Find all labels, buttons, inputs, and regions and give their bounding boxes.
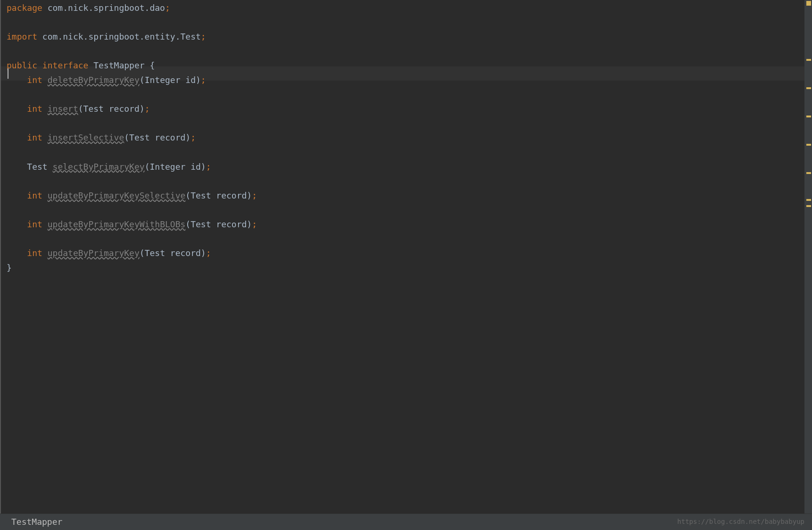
indent bbox=[7, 132, 27, 142]
open-brace: { bbox=[149, 60, 155, 70]
warning-marker[interactable] bbox=[806, 172, 811, 174]
package-path: com.nick.springboot.dao bbox=[42, 3, 165, 13]
method-deleteByPrimaryKey: deleteByPrimaryKey bbox=[48, 75, 140, 85]
method-insertSelective: insertSelective bbox=[48, 132, 124, 142]
indent bbox=[7, 219, 27, 229]
method-params: (Integer id) bbox=[140, 75, 201, 85]
method-params: (Test record) bbox=[78, 104, 145, 114]
method-params: (Test record) bbox=[185, 190, 252, 200]
indent bbox=[7, 104, 27, 114]
method-params: (Integer id) bbox=[145, 162, 206, 172]
method-params: (Test record) bbox=[124, 132, 191, 142]
warning-marker[interactable] bbox=[806, 199, 811, 201]
type-test: Test bbox=[27, 162, 47, 172]
keyword-interface: interface bbox=[37, 60, 88, 70]
method-insert: insert bbox=[48, 104, 78, 114]
keyword-int: int bbox=[27, 219, 42, 229]
semicolon: ; bbox=[201, 75, 206, 85]
warning-marker[interactable] bbox=[806, 87, 811, 89]
keyword-int: int bbox=[27, 75, 42, 85]
text-caret bbox=[8, 68, 8, 79]
indent bbox=[7, 190, 27, 200]
warning-marker[interactable] bbox=[806, 205, 811, 207]
warning-marker[interactable] bbox=[806, 144, 811, 146]
indent bbox=[7, 162, 27, 172]
warning-marker[interactable] bbox=[806, 116, 811, 117]
error-stripe[interactable] bbox=[804, 0, 812, 513]
code-content[interactable]: package com.nick.springboot.dao; import … bbox=[7, 1, 804, 275]
semicolon: ; bbox=[206, 162, 211, 172]
keyword-package: package bbox=[7, 3, 42, 13]
breadcrumb-item[interactable]: TestMapper bbox=[11, 515, 62, 530]
method-updateByPrimaryKey: updateByPrimaryKey bbox=[48, 248, 140, 258]
code-editor[interactable]: package com.nick.springboot.dao; import … bbox=[1, 0, 804, 513]
keyword-public: public bbox=[7, 60, 37, 70]
editor-area: package com.nick.springboot.dao; import … bbox=[0, 0, 812, 513]
semicolon: ; bbox=[206, 248, 211, 258]
semicolon: ; bbox=[252, 219, 257, 229]
breadcrumb-bar: TestMapper https://blog.csdn.net/babybab… bbox=[0, 513, 812, 530]
warning-marker[interactable] bbox=[806, 59, 811, 61]
method-updateByPrimaryKeyWithBLOBs: updateByPrimaryKeyWithBLOBs bbox=[48, 219, 186, 229]
keyword-int: int bbox=[27, 132, 42, 142]
semicolon: ; bbox=[201, 32, 206, 41]
inspection-indicator-icon[interactable] bbox=[806, 1, 811, 6]
watermark-text: https://blog.csdn.net/babybabyup bbox=[677, 516, 804, 528]
keyword-int: int bbox=[27, 104, 42, 114]
class-name: TestMapper bbox=[88, 60, 149, 70]
close-brace: } bbox=[7, 263, 12, 273]
method-updateByPrimaryKeySelective: updateByPrimaryKeySelective bbox=[48, 190, 186, 200]
semicolon: ; bbox=[191, 132, 196, 142]
indent bbox=[7, 248, 27, 258]
method-selectByPrimaryKey: selectByPrimaryKey bbox=[53, 162, 145, 172]
semicolon: ; bbox=[252, 190, 257, 200]
keyword-import: import bbox=[7, 32, 37, 41]
semicolon: ; bbox=[145, 104, 150, 114]
method-params: (Test record) bbox=[140, 248, 206, 258]
method-params: (Test record) bbox=[185, 219, 252, 229]
indent bbox=[7, 75, 27, 85]
import-path: com.nick.springboot.entity.Test bbox=[37, 32, 201, 41]
keyword-int: int bbox=[27, 190, 42, 200]
keyword-int: int bbox=[27, 248, 42, 258]
semicolon: ; bbox=[165, 3, 170, 13]
